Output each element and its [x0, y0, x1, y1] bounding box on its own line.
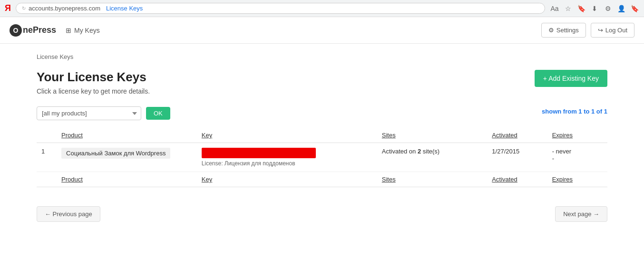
browser-actions: Aa ☆ 🔖 ⬇ ⚙ 👤 🔖 — [550, 4, 639, 13]
filter-row: [all my products] OK shown from 1 to 1 o… — [37, 106, 607, 120]
grid-icon: ⊞ — [66, 27, 71, 34]
previous-page-button[interactable]: ← Previous page — [37, 206, 100, 222]
address-bar: ↻ accounts.byonepress.com License Keys — [16, 3, 545, 14]
extension-icon[interactable]: ⚙ — [603, 4, 613, 13]
refresh-icon: ↻ — [22, 6, 26, 11]
footer-col-key: Key — [197, 172, 377, 187]
user-icon[interactable]: 👤 — [616, 4, 626, 13]
app-header: O nePress ⊞ My Keys ⚙ Settings ↪ Log Out — [0, 17, 644, 44]
table-header-row: Product Key Sites Activated Expires — [37, 128, 607, 143]
table-row: 1 Социальный Замок для Wordpress License… — [37, 143, 607, 172]
browser-logo: Я — [5, 3, 11, 13]
pagination-row: ← Previous page Next page → — [37, 201, 607, 222]
license-key-bar[interactable] — [202, 148, 316, 158]
product-name-badge[interactable]: Социальный Замок для Wordpress — [61, 148, 170, 159]
col-header-product[interactable]: Product — [57, 128, 197, 143]
row-expires: - never - — [547, 143, 607, 172]
font-icon[interactable]: Aa — [550, 4, 559, 13]
sites-suffix: site(s) — [421, 148, 439, 155]
table-footer-header-row: Product Key Sites Activated Expires — [37, 172, 607, 187]
shown-count: shown from 1 to 1 of 1 — [542, 108, 607, 115]
shown-highlight: 1 — [604, 108, 607, 115]
row-num: 1 — [37, 143, 57, 172]
row-product: Социальный Замок для Wordpress — [57, 143, 197, 172]
license-note: License: Лицензия для поддоменов — [202, 160, 372, 167]
star-icon[interactable]: ☆ — [563, 4, 573, 13]
download-icon[interactable]: ⬇ — [590, 4, 599, 13]
next-page-button[interactable]: Next page → — [555, 206, 607, 222]
settings-label: Settings — [556, 27, 579, 34]
expires-secondary: - — [552, 155, 603, 162]
gear-icon: ⚙ — [548, 27, 554, 34]
settings-button[interactable]: ⚙ Settings — [541, 23, 586, 38]
col-header-num — [37, 128, 57, 143]
browser-chrome: Я ↻ accounts.byonepress.com License Keys… — [0, 0, 644, 17]
add-existing-key-button[interactable]: + Add Existing Key — [535, 70, 607, 87]
footer-col-activated[interactable]: Activated — [487, 172, 547, 187]
logo[interactable]: O nePress — [10, 24, 56, 37]
bookmark-icon[interactable]: 🔖 — [576, 4, 586, 13]
footer-col-num — [37, 172, 57, 187]
filter-ok-button[interactable]: OK — [146, 107, 170, 120]
product-filter-select[interactable]: [all my products] — [37, 106, 141, 120]
sites-prefix: Activated on — [382, 148, 418, 155]
expires-value: - never — [552, 148, 603, 155]
my-keys-nav[interactable]: ⊞ My Keys — [66, 27, 100, 34]
col-header-sites: Sites — [377, 128, 488, 143]
col-header-key: Key — [197, 128, 377, 143]
main-content: License Keys Your License Keys Click a l… — [18, 44, 626, 231]
page-header: Your License Keys Click a license key to… — [37, 70, 607, 95]
page-subtitle: Click a license key to get more details. — [37, 87, 150, 95]
address-domain: accounts.byonepress.com — [29, 5, 100, 12]
logo-icon: O — [10, 24, 22, 37]
logout-label: Log Out — [605, 27, 627, 34]
page-header-left: Your License Keys Click a license key to… — [37, 70, 150, 95]
row-key: License: Лицензия для поддоменов — [197, 143, 377, 172]
row-sites: Activated on 2 site(s) — [377, 143, 488, 172]
col-header-activated[interactable]: Activated — [487, 128, 547, 143]
my-keys-label: My Keys — [74, 27, 100, 34]
menu-icon[interactable]: 🔖 — [630, 4, 639, 13]
col-header-expires[interactable]: Expires — [547, 128, 607, 143]
footer-col-product[interactable]: Product — [57, 172, 197, 187]
address-page-title: License Keys — [106, 5, 143, 12]
row-activated: 1/27/2015 — [487, 143, 547, 172]
logout-button[interactable]: ↪ Log Out — [591, 23, 634, 38]
footer-col-sites: Sites — [377, 172, 488, 187]
breadcrumb: License Keys — [37, 53, 607, 60]
logo-text: nePress — [23, 25, 56, 35]
footer-col-expires[interactable]: Expires — [547, 172, 607, 187]
page-title: Your License Keys — [37, 70, 150, 85]
license-table: Product Key Sites Activated Expires 1 Со… — [37, 128, 607, 187]
shown-text-prefix: shown from 1 to 1 of — [542, 108, 604, 115]
logout-icon: ↪ — [598, 27, 603, 34]
header-right: ⚙ Settings ↪ Log Out — [541, 23, 634, 38]
